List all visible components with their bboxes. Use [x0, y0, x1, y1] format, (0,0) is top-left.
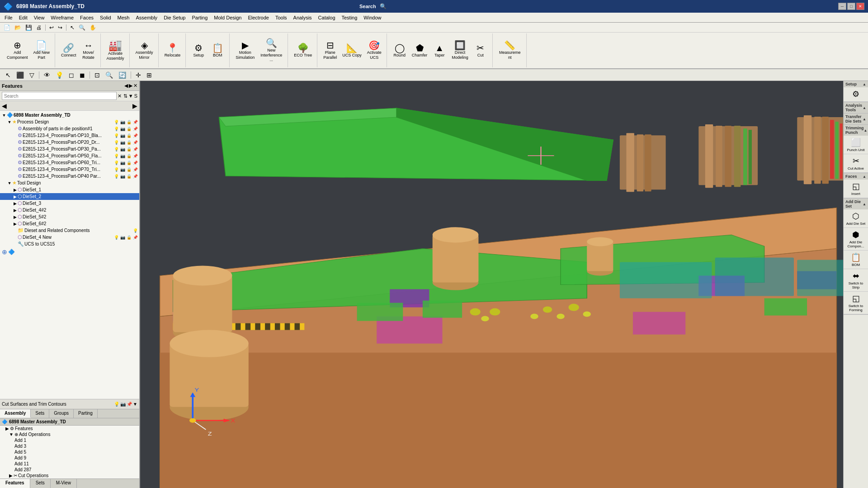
menu-die-setup[interactable]: Die Setup — [161, 14, 188, 21]
tree-tool-design[interactable]: ▼ ★ Tool Design — [0, 180, 139, 186]
tree-dieset5-2[interactable]: ▶ ⬡ DieSet_5#2 — [0, 213, 139, 220]
connect-button[interactable]: 🔗 Connect — [59, 42, 79, 59]
select-body-icon[interactable]: ⬛ — [14, 70, 26, 80]
menu-analysis[interactable]: Analysis — [291, 14, 315, 21]
chamfer-button[interactable]: ⬟ Chamfer — [410, 42, 430, 59]
menu-faces[interactable]: Faces — [77, 14, 96, 21]
cut-surfaces-icon3[interactable]: 📌 — [127, 402, 132, 407]
tree-op20[interactable]: ⚙ E2815-123-4_ProcessPart-OP20_Dr... 💡 📷… — [0, 139, 139, 146]
tree-dieset-related[interactable]: 📁 Dieset and Related Components 💡 — [0, 227, 139, 234]
add-die-set-button[interactable]: ⬡ Add Die Set — [844, 209, 868, 228]
right-section-faces-header[interactable]: Faces ▲ — [844, 173, 868, 180]
tab-sets[interactable]: Sets — [31, 409, 49, 418]
menu-window[interactable]: Window — [361, 14, 384, 21]
bom-button[interactable]: 📋 BOM — [208, 42, 226, 59]
tree-dieset6-2[interactable]: ▶ ⬡ DieSet_6#2 — [0, 220, 139, 227]
activate-main-assembly-button[interactable]: 🏭 ActivateAssembly — [104, 38, 127, 62]
menu-solid[interactable]: Solid — [97, 14, 113, 21]
taper-button[interactable]: ▲ Taper — [430, 42, 448, 59]
new-interference-button[interactable]: 🔍 NewInterference... — [258, 37, 285, 64]
menu-mold-design[interactable]: Mold Design — [211, 14, 244, 21]
filter-icon[interactable]: ▽ — [28, 70, 36, 80]
tree-op50[interactable]: ⚙ E2815-123-4_ProcessPart-OP50_Fla... 💡 … — [0, 152, 139, 159]
select-icon[interactable]: ↖ — [68, 23, 76, 32]
save-icon[interactable]: 💾 — [24, 23, 34, 32]
open-icon[interactable]: 📂 — [13, 23, 23, 32]
bottom-add3[interactable]: Add 3 — [0, 443, 139, 449]
filter-options-icon[interactable]: ▼ — [128, 93, 133, 99]
restore-button[interactable]: □ — [847, 3, 855, 10]
add-new-part-button[interactable]: 📄 Add NewPart — [31, 39, 52, 62]
menu-testing[interactable]: Testing — [339, 14, 360, 21]
zoom-in-icon[interactable]: 🔍 — [104, 70, 115, 80]
shade-icon[interactable]: ◼ — [78, 70, 87, 80]
measurement-button[interactable]: 📏 Measurement — [496, 39, 524, 62]
tree-dieset3[interactable]: ▶ ⬡ DieSet_3 — [0, 200, 139, 207]
add-ops-expand[interactable]: ▼ — [9, 432, 14, 437]
print-icon[interactable]: 🖨 — [34, 23, 43, 32]
close-button[interactable]: ✕ — [856, 3, 864, 10]
expand-all-icon[interactable]: S — [134, 93, 137, 99]
view-icon[interactable]: 👁 — [42, 70, 52, 80]
right-section-transfer-header[interactable]: Transfer Die Sets ▲ — [844, 114, 868, 124]
add-die-component-button[interactable]: ⬢ Add Die Compon... — [844, 228, 868, 251]
tree-process-design[interactable]: ▼ ★ Process Design 💡 📷 🔒 📌 — [0, 118, 139, 125]
bottom-add-ops[interactable]: ▼ ⊕ Add Operations — [0, 431, 139, 437]
ftab-features[interactable]: Features — [0, 479, 30, 488]
tree-assembly-parts[interactable]: ⚙ Assembly of parts in die position#1 💡 … — [0, 125, 139, 132]
nav-forward-icon[interactable]: ▶ — [132, 102, 137, 109]
select-icon[interactable]: ↖ — [4, 70, 13, 80]
add-component-button[interactable]: ⊕ AddComponent — [5, 39, 30, 62]
assembly-mirror-button[interactable]: ◈ AssemblyMirror — [133, 39, 156, 62]
search-input[interactable] — [2, 92, 117, 100]
cut-surfaces-icon1[interactable]: 💡 — [114, 402, 119, 407]
activate-ucs-button[interactable]: 🎯 ActivateUCS — [365, 39, 384, 62]
bottom-add11[interactable]: Add 11 — [0, 461, 139, 467]
fit-icon[interactable]: ⊡ — [93, 70, 102, 80]
punch-unit-button[interactable]: ⬜ Punch Unit — [844, 136, 868, 154]
bottom-add9[interactable]: Add 9 — [0, 455, 139, 461]
search-icon[interactable]: 🔍 — [380, 3, 387, 9]
menu-file[interactable]: File — [2, 14, 15, 21]
redo-icon[interactable]: ↪ — [56, 23, 64, 32]
ftab-sets[interactable]: Sets — [30, 479, 51, 488]
direct-modeling-button[interactable]: 🔲 DirectModeling — [449, 39, 471, 62]
panel-close-icon[interactable]: ✕ — [133, 83, 137, 89]
menu-wireframe[interactable]: Wireframe — [48, 14, 76, 21]
light-icon[interactable]: 💡 — [54, 70, 65, 80]
right-section-add-die-header[interactable]: Add Die Set ▲ — [844, 199, 868, 209]
bottom-add287[interactable]: Add 287 — [0, 467, 139, 473]
round-button[interactable]: ◯ Round — [391, 42, 409, 59]
menu-assembly[interactable]: Assembly — [133, 14, 160, 21]
move-rotate-button[interactable]: ↔ Move/Rotate — [80, 39, 98, 62]
tree-dieset4-new[interactable]: ⬡ DieSet_4 New 💡 📷 🔒 📌 — [0, 234, 139, 241]
tab-parting[interactable]: Parting — [74, 409, 98, 418]
menu-edit[interactable]: Edit — [16, 14, 30, 21]
tree-dieset1[interactable]: ▶ ⬡ DieSet_1 — [0, 186, 139, 193]
menu-electrode[interactable]: Electrode — [245, 14, 271, 21]
tree-op30[interactable]: ⚙ E2815-123-4_ProcessPart-OP30_Pa... 💡 📷… — [0, 146, 139, 152]
zoom-icon[interactable]: 🔍 — [77, 23, 87, 32]
panel-options-icon[interactable]: ◀ — [124, 83, 128, 89]
motion-simulation-button[interactable]: ▶ MotionSimulation — [233, 39, 257, 62]
right-section-analysis-header[interactable]: Analysis Tools ▲ — [844, 102, 868, 113]
menu-view[interactable]: View — [31, 14, 47, 21]
right-section-trimming-header[interactable]: Trimming Punch ▲ — [844, 125, 868, 136]
render-icon[interactable]: ◻ — [67, 70, 76, 80]
eco-tree-button[interactable]: 🌳 ECO Tree — [292, 42, 314, 59]
tree-op10[interactable]: ⚙ E2815-123-4_ProcessPart-OP10_Bla... 💡 … — [0, 132, 139, 139]
tree-op40[interactable]: ⚙ E2815-123-4_ProcessPart-OP40 Par... 💡 … — [0, 173, 139, 180]
tree-op60[interactable]: ⚙ E2815-123-4_ProcessPart-OP60_Tri... 💡 … — [0, 159, 139, 166]
new-file-icon[interactable]: 📄 — [2, 23, 12, 32]
minimize-button[interactable]: ─ — [838, 3, 846, 10]
pan-icon[interactable]: ✋ — [88, 23, 98, 32]
menu-mesh[interactable]: Mesh — [115, 14, 132, 21]
cut-surfaces-icon2[interactable]: 📷 — [120, 402, 126, 407]
bottom-features-expand[interactable]: ▶ — [5, 426, 9, 431]
right-section-setup-header[interactable]: Setup ▲ — [844, 81, 868, 87]
cut-ops-expand[interactable]: ▶ — [9, 473, 13, 478]
viewport[interactable]: Y X Z — [140, 81, 843, 488]
menu-catalog[interactable]: Catalog — [316, 14, 338, 21]
ftab-mview[interactable]: M-View — [51, 479, 77, 488]
setup-button[interactable]: ⚙ Setup — [189, 42, 208, 59]
